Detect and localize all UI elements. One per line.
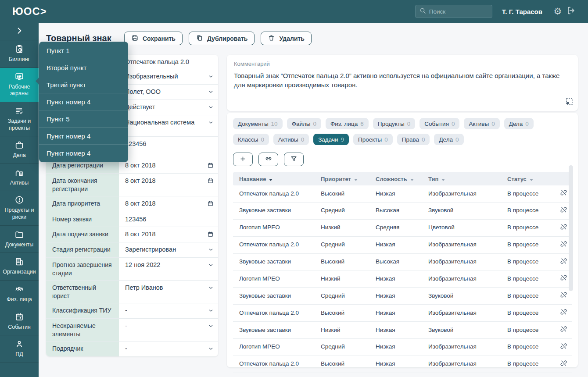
field-value[interactable]: 8 окт 2018 — [119, 158, 218, 174]
relation-chip[interactable]: Дела 0 — [504, 118, 534, 129]
relation-chip[interactable]: Физ. лица 6 — [326, 118, 369, 129]
sidebar-item-billing[interactable]: Биллинг — [0, 40, 39, 68]
sidebar-item-documents[interactable]: Документы — [0, 226, 39, 253]
field-value[interactable]: 8 окт 2018 — [119, 196, 218, 212]
logout-button[interactable] — [564, 5, 577, 18]
unlink-button[interactable] — [560, 325, 567, 333]
unlink-button[interactable] — [560, 189, 567, 196]
table-row[interactable]: Отпечаток пальца 2.0 Высокий Низкая Изоб… — [233, 185, 572, 202]
table-row[interactable]: Отпечаток пальца 2.0 Средний Низкая Изоб… — [233, 236, 572, 253]
menu-item[interactable]: Третий пункт — [39, 76, 128, 93]
table-scrollbar[interactable] — [569, 165, 573, 291]
menu-item[interactable]: Пункт 5 — [39, 110, 128, 128]
menu-item[interactable]: Второй пункт — [39, 59, 128, 76]
cell-name: Отпечаток пальца 2.0 — [233, 305, 321, 322]
search-input[interactable] — [429, 8, 488, 15]
table-row[interactable]: Отпечаток пальца 2.0 Низкий Высокая Изоб… — [233, 373, 572, 377]
relation-chip[interactable]: События 0 — [419, 118, 459, 129]
column-header-priority[interactable]: Приоритет — [321, 172, 376, 185]
field-value[interactable]: - — [119, 341, 218, 356]
table-row[interactable]: Звуковые заставки Средний Низкая Звуково… — [233, 288, 572, 305]
table-row[interactable]: Логотип МРЕО Низкий Низкая Изобразительн… — [233, 270, 572, 288]
menu-item[interactable]: Пункт номер 4 — [39, 93, 128, 110]
field-value[interactable]: Изобразительный — [119, 69, 218, 84]
relation-chip[interactable]: Документы 10 — [233, 118, 283, 129]
relation-chip[interactable]: Продукты 0 — [373, 118, 416, 129]
unlink-button[interactable] — [560, 291, 567, 299]
unlink-button[interactable] — [560, 206, 567, 213]
menu-item[interactable]: Пункт номер 4 — [39, 145, 128, 162]
relation-chip[interactable]: Права 0 — [397, 134, 430, 145]
comment-text[interactable]: Товарный знак “Отпечаток пальца 2.0” акт… — [234, 71, 571, 90]
cell-complexity: Низкая — [376, 236, 428, 253]
workspaces-icon — [14, 72, 24, 82]
column-header-complexity[interactable]: Сложность — [376, 172, 428, 185]
duplicate-button[interactable]: Дублировать — [189, 32, 255, 45]
add-task-button[interactable] — [233, 153, 253, 166]
field-value[interactable]: 8 окт 2018 — [119, 227, 218, 242]
table-row[interactable]: Отпечаток пальца 2.0 Высокий Низкая Изоб… — [233, 305, 572, 322]
field-value[interactable]: Полет, ООО — [119, 85, 218, 100]
unlink-button[interactable] — [560, 223, 567, 231]
unlink-button[interactable] — [560, 342, 567, 350]
column-header-status[interactable]: Статус — [507, 172, 548, 185]
table-row[interactable]: Звуковые заставки Средний Высокая Звуков… — [233, 202, 572, 219]
relation-chip[interactable]: Проекты 0 — [353, 134, 393, 145]
plus-icon — [239, 155, 247, 164]
unlink-button[interactable] — [560, 257, 567, 265]
unlink-button[interactable] — [560, 308, 567, 316]
table-row[interactable]: Логотип МРЕО Низкий Средняя Цветовой В п… — [233, 219, 572, 236]
menu-item[interactable]: Пункт 1 — [39, 42, 128, 59]
sidebar-item-products-risks[interactable]: Продукты и риски — [0, 191, 39, 225]
unlink-button[interactable] — [560, 240, 567, 248]
column-header-type[interactable]: Тип — [428, 172, 507, 185]
unlink-button[interactable] — [560, 274, 567, 281]
field-value[interactable]: 123456 — [119, 137, 218, 158]
cell-complexity: Высокая — [376, 202, 428, 219]
sidebar-item-workspaces[interactable]: Рабочие экраны — [0, 68, 39, 102]
field-value[interactable]: 12 ноя 2022 — [119, 258, 218, 280]
save-button[interactable]: Сохранить — [124, 32, 183, 45]
table-row[interactable]: Отпечаток пальца 2.0 Высокий Низкая Изоб… — [233, 356, 572, 373]
menu-item[interactable]: Пункт номер 4 — [39, 128, 128, 145]
table-row[interactable]: Звуковые заставки Низкий Низкая Звуковой… — [233, 322, 572, 339]
table-row[interactable]: Логотип МРЕО Средний Низкая Изобразитель… — [233, 338, 572, 356]
field-value[interactable]: Национальная система — [119, 115, 218, 136]
relation-chip[interactable]: Дела 0 — [434, 134, 463, 145]
cell-complexity: Низкая — [376, 288, 428, 305]
sidebar-item-organizations[interactable]: Организации — [0, 253, 39, 281]
search-box[interactable] — [415, 5, 492, 18]
column-header-name[interactable]: Название — [233, 172, 321, 185]
link-off-icon — [560, 191, 567, 198]
field-value[interactable]: 123456 — [119, 212, 218, 226]
relation-chip[interactable]: Активы 0 — [464, 118, 499, 129]
sidebar-item-events[interactable]: События — [0, 308, 39, 336]
field-value[interactable]: Зарегистрирован — [119, 242, 218, 257]
field-label: Прогноз завершения стадии — [46, 258, 119, 280]
sidebar-item-cases[interactable]: Дела — [0, 136, 39, 164]
chip-count: 0 — [525, 121, 529, 127]
sidebar-item-tasks[interactable]: Задачи и проекты — [0, 102, 39, 136]
sidebar-expand-button[interactable] — [0, 23, 39, 40]
field-value[interactable]: - — [119, 319, 218, 341]
table-row[interactable]: Звуковые заставки Высокий Высокая Изобра… — [233, 253, 572, 270]
field-value[interactable]: Действует — [119, 100, 218, 115]
sidebar-item-assets[interactable]: Активы — [0, 164, 39, 192]
delete-button[interactable]: Удалить — [261, 32, 311, 45]
relation-chip[interactable]: Классы 0 — [233, 134, 269, 145]
relation-chip[interactable]: Файлы 0 — [287, 118, 321, 129]
relation-chip[interactable]: Активы 0 — [273, 134, 309, 145]
sidebar-item-persons[interactable]: Физ. лица — [0, 281, 39, 308]
resize-handle-icon[interactable] — [566, 98, 573, 107]
cell-priority: Средний — [321, 338, 376, 356]
unlink-button[interactable] — [560, 359, 567, 367]
field-value[interactable]: 8 окт 2018 — [119, 174, 218, 196]
link-task-button[interactable] — [258, 153, 278, 166]
field-value[interactable]: Отпечаток пальца 2.0 — [119, 55, 218, 69]
field-value[interactable]: Петр Иванов — [119, 281, 218, 303]
settings-button[interactable]: ⚙ — [551, 5, 564, 18]
field-value[interactable]: - — [119, 303, 218, 318]
sidebar-item-pd[interactable]: ПД — [0, 335, 39, 363]
relation-chip[interactable]: Задачи 9 — [313, 134, 349, 145]
filter-button[interactable] — [284, 153, 304, 166]
